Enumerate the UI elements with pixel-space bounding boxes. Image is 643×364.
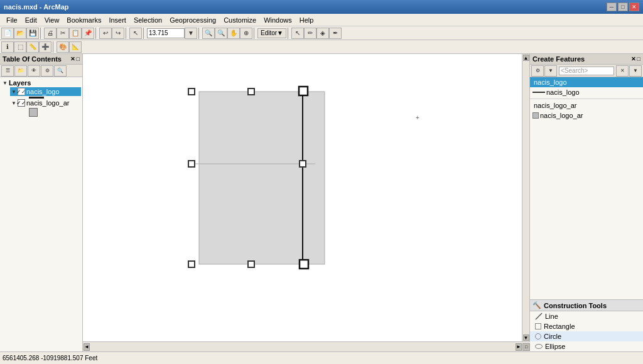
new-btn[interactable]: 📄 [1,28,14,39]
scroll-left-btn[interactable]: ◄ [84,343,90,351]
menu-bookmarks[interactable]: Bookmarks [63,16,105,24]
sketch-tool-btn[interactable]: ✒ [329,28,342,39]
toolbar-row-2: ℹ ⬚ 📏 ➕ 🎨 📐 [0,40,643,54]
tool-line[interactable]: Line [530,311,643,321]
redo-btn[interactable]: ↪ [112,28,124,39]
symbol-btn[interactable]: 🎨 [57,41,69,53]
construction-tools-section: 🔨 Construction Tools Line Rectangle Circ… [530,299,643,351]
nacis-logo-expand-icon: ▼ [11,89,16,95]
map-svg: + [83,54,529,341]
scale-dropdown[interactable]: ▼ [185,28,197,39]
map-canvas[interactable]: + ▲ ▼ [83,54,530,341]
tool-ellipse[interactable]: Ellipse [530,341,643,351]
layout-btn[interactable]: 📐 [69,41,82,53]
sep2 [95,28,98,39]
pan-btn[interactable]: ✋ [227,28,240,39]
menu-help[interactable]: Help [296,16,318,24]
print-btn[interactable]: 🖨 [44,28,57,39]
cf-search-clear-btn[interactable]: ✕ [616,65,629,77]
cf-toolbar: ⚙ ▼ <Search> ✕ ▼ [530,65,643,77]
add-data-btn[interactable]: ➕ [39,41,51,53]
svg-rect-3 [188,88,195,95]
nacis-logo-ar-expand-icon: ▼ [11,100,16,106]
construction-tools-label: Construction Tools [544,302,607,309]
map-hscroll[interactable]: ◄ ► □ [83,341,530,351]
svg-rect-6 [188,161,195,167]
svg-rect-7 [300,161,306,167]
layers-group[interactable]: ▼ Layers [1,78,81,87]
menu-insert[interactable]: Insert [105,16,130,24]
toc-float-btn[interactable]: □ [77,56,80,62]
tool-circle[interactable]: Circle [530,331,643,341]
toc-source-btn[interactable]: 📁 [14,65,27,77]
scale-input[interactable] [147,28,185,38]
select-btn[interactable]: ⬚ [14,41,26,53]
menu-geoprocessing[interactable]: Geoprocessing [166,16,220,24]
cf-organize-btn[interactable]: ⚙ [531,65,544,77]
open-btn[interactable]: 📂 [14,28,26,39]
sep8 [53,41,55,53]
pointer-btn[interactable]: ↖ [129,28,142,39]
scroll-corner[interactable]: □ [522,343,530,351]
menu-file[interactable]: File [3,16,21,24]
map-container: + ▲ ▼ ◄ ► □ [83,54,530,351]
construction-tools-icon: 🔨 [532,301,541,309]
cf-filter-btn[interactable]: ▼ [544,65,557,77]
cf-search-placeholder: <Search> [561,67,588,74]
menu-customize[interactable]: Customize [220,16,260,24]
svg-rect-0 [199,92,325,264]
nacis-logo-ar-checkbox[interactable]: ✓ [18,99,25,107]
coordinates-display: 6561405.268 -10919881.507 Feet [3,355,97,361]
tool-rectangle[interactable]: Rectangle [530,321,643,331]
full-extent-btn[interactable]: ⊕ [240,28,252,39]
menu-selection[interactable]: Selection [130,16,166,24]
svg-rect-5 [300,88,306,95]
restore-button[interactable]: □ [618,3,628,11]
cf-nacis-logo-ar-item[interactable]: nacis_logo_ar [530,100,643,110]
cut-btn[interactable]: ✂ [57,28,69,39]
toc-options-btn[interactable]: ⚙ [41,65,53,77]
svg-text:+: + [416,114,419,121]
nacis-logo-label: nacis_logo [26,88,60,95]
map-vscroll[interactable]: ▲ ▼ [522,54,529,341]
cf-nacis-logo-item[interactable]: nacis_logo [530,77,643,87]
cf-title: Create Features [532,55,585,63]
cf-nacis-logo-ar-sub-item[interactable]: nacis_logo_ar [530,110,643,120]
edit-vertices-btn[interactable]: ◈ [316,28,329,39]
measure-btn[interactable]: 📏 [26,41,39,53]
nacis-logo-item[interactable]: ▼ ✓ nacis_logo [10,87,81,96]
cf-options-btn[interactable]: ▼ [629,65,642,77]
toc-close-btn[interactable]: ✕ [70,56,75,62]
minimize-button[interactable]: ─ [607,3,617,11]
undo-btn[interactable]: ↩ [99,28,112,39]
identify-btn[interactable]: ℹ [1,41,14,53]
paste-btn[interactable]: 📌 [82,28,94,39]
svg-line-13 [536,313,542,319]
table-of-contents: Table Of Contents ✕ □ ☰ 📁 👁 ⚙ 🔍 ▼ Layers… [0,54,83,351]
nacis-logo-ar-item[interactable]: ▼ ✓ nacis_logo_ar [10,99,81,107]
edit-pointer-btn[interactable]: ↖ [291,28,304,39]
sep5 [198,28,201,39]
zoom-in-btn[interactable]: 🔍 [202,28,215,39]
nacis-logo-ar-label: nacis_logo_ar [26,99,70,107]
menu-view[interactable]: View [41,16,63,24]
circle-tool-icon [535,333,541,340]
toc-search-btn[interactable]: 🔍 [54,65,67,77]
nacis-logo-checkbox[interactable]: ✓ [18,88,25,95]
cf-float-btn[interactable]: □ [637,56,640,62]
save-btn[interactable]: 💾 [26,28,39,39]
cf-search-box[interactable]: <Search> [559,67,614,75]
cf-nacis-logo-line-item[interactable]: nacis_logo [530,87,643,97]
toc-list-btn[interactable]: ☰ [1,65,14,77]
toc-display-btn[interactable]: 👁 [28,65,40,77]
menu-windows[interactable]: Windows [260,16,296,24]
zoom-out-btn[interactable]: 🔍 [215,28,227,39]
create-features-panel: Create Features ✕ □ ⚙ ▼ <Search> ✕ ▼ nac… [530,54,643,351]
editor-label[interactable]: Editor▼ [257,28,286,38]
scroll-right-btn[interactable]: ► [516,343,522,351]
copy-btn[interactable]: 📋 [69,28,82,39]
edit-tool-btn[interactable]: ✏ [304,28,316,39]
cf-close-btn[interactable]: ✕ [631,56,636,62]
close-button[interactable]: ✕ [629,3,639,11]
menu-edit[interactable]: Edit [21,16,41,24]
